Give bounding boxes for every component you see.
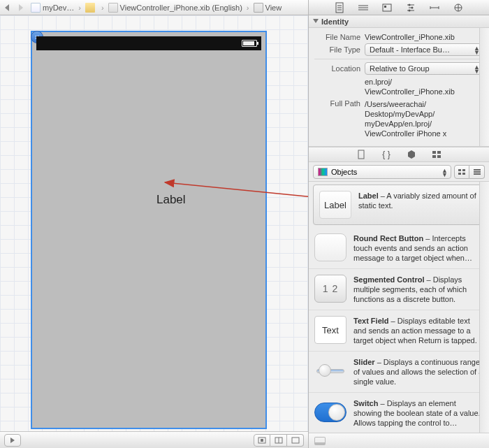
location-popup[interactable]: Relative to Group: [365, 62, 483, 75]
library-filter-popup[interactable]: Objects: [313, 165, 451, 179]
identity-section-header[interactable]: Identity: [309, 15, 489, 28]
canvas-area[interactable]: × Label: [0, 15, 308, 448]
relative-path-line-2: ViewController_iPhone.xib: [365, 87, 483, 96]
crumb-view[interactable]: View: [251, 0, 285, 15]
library-item-title: Label: [358, 192, 379, 200]
uilabel-on-canvas[interactable]: Label: [156, 193, 186, 207]
full-path-line-3: myDevApp/en.lproj/: [365, 119, 483, 129]
library-filter-label: Objects: [331, 168, 357, 176]
library-item-label[interactable]: Label Label – A variably sized amount of…: [313, 185, 485, 225]
identity-header-label: Identity: [321, 17, 349, 26]
disclosure-triangle-icon: [313, 19, 319, 23]
library-list[interactable]: Label Label – A variably sized amount of…: [309, 182, 489, 433]
zoom-out-button[interactable]: [287, 434, 304, 447]
media-library-tab-icon[interactable]: [429, 149, 444, 160]
library-view-toggle: [454, 165, 485, 179]
full-path-line-4: ViewController iPhone x: [365, 129, 483, 138]
view-icon: [254, 3, 263, 13]
battery-icon: [242, 40, 257, 47]
file-name-label: File Name: [314, 33, 360, 41]
library-tab-bar: { }: [309, 147, 489, 162]
library-item-segmented-control[interactable]: 1 2 Segmented Control – Displays multipl…: [309, 269, 489, 310]
library-scrollbar[interactable]: [479, 182, 489, 433]
connections-tab-icon[interactable]: [450, 1, 467, 14]
grid-view-button[interactable]: [454, 165, 469, 179]
file-name-value[interactable]: ViewController_iPhone.xib: [365, 33, 483, 41]
svg-marker-2: [10, 438, 15, 443]
svg-rect-21: [432, 151, 436, 154]
svg-rect-22: [437, 151, 441, 154]
code-snippet-tab-icon[interactable]: { }: [379, 149, 394, 160]
outline-toggle-button[interactable]: [4, 434, 21, 447]
segmented-thumb-icon: 1 2: [314, 275, 346, 303]
zoom-actual-button[interactable]: [270, 434, 287, 447]
device-frame[interactable]: × Label: [31, 31, 267, 429]
crumb-project-label: myDev…: [43, 3, 74, 12]
relative-path-line-1: en.lproj/: [365, 77, 483, 87]
nav-back-icon[interactable]: [3, 3, 13, 13]
chevron-right-icon: ›: [245, 3, 251, 12]
inspector-panel: Identity File Name ViewController_iPhone…: [308, 0, 489, 448]
button-thumb-icon: [314, 233, 346, 261]
svg-rect-28: [462, 173, 465, 175]
library-item-text-field[interactable]: Text Text Field – Displays editable text…: [309, 310, 489, 352]
status-bar: [36, 36, 261, 50]
svg-rect-15: [384, 6, 386, 8]
library-bottom-strip: [309, 433, 489, 448]
full-path-line-2: Desktop/myDevApp/: [365, 109, 483, 119]
xib-icon: [108, 3, 118, 13]
library-item-slider[interactable]: Slider – Displays a continuous range of …: [309, 352, 489, 393]
location-label: Location: [314, 64, 360, 73]
library-item-switch[interactable]: Switch – Displays an element showing the…: [309, 393, 489, 433]
breadcrumb-bar: myDev… › › ViewController_iPhone.xib (En…: [0, 0, 308, 15]
detail-toggle-icon[interactable]: [314, 437, 326, 445]
file-type-popup[interactable]: Default - Interface Bu…: [365, 43, 483, 56]
canvas-footer: [0, 431, 308, 448]
zoom-fit-button[interactable]: [254, 434, 270, 447]
library-item-title: Round Rect Button: [353, 234, 423, 243]
identity-tab-icon[interactable]: [379, 1, 395, 14]
identity-section: File Name ViewController_iPhone.xib File…: [309, 28, 489, 147]
svg-rect-26: [462, 169, 465, 171]
svg-marker-0: [5, 4, 9, 11]
library-item-title: Slider: [353, 358, 375, 366]
library-item-text: Text Field – Displays editable text and …: [353, 316, 483, 345]
file-inspector-tab-icon[interactable]: [331, 1, 348, 14]
library-item-round-rect-button[interactable]: Round Rect Button – Intercepts touch eve…: [309, 228, 489, 269]
svg-rect-23: [432, 155, 436, 158]
label-thumb-icon: Label: [319, 191, 351, 219]
svg-rect-27: [458, 173, 461, 175]
crumb-file[interactable]: ViewController_iPhone.xib (English): [105, 0, 245, 15]
full-path-label: Full Path: [314, 99, 360, 108]
list-view-button[interactable]: [469, 165, 485, 179]
library-item-text: Segmented Control – Displays multiple se…: [353, 275, 483, 304]
file-template-tab-icon[interactable]: [353, 149, 369, 160]
svg-rect-7: [292, 438, 299, 443]
chevron-right-icon: ›: [100, 3, 105, 12]
library-item-title: Switch: [353, 399, 378, 407]
crumb-folder[interactable]: [82, 0, 100, 15]
textfield-thumb-icon: Text: [314, 316, 346, 344]
svg-rect-14: [383, 4, 391, 11]
nav-fwd-icon[interactable]: [15, 3, 25, 13]
objects-swatch-icon: [318, 168, 328, 176]
project-icon: [31, 3, 41, 13]
location-value: Relative to Group: [370, 64, 430, 73]
crumb-view-label: View: [265, 3, 282, 12]
file-type-value: Default - Interface Bu…: [370, 45, 450, 54]
inspector-tab-bar: [309, 0, 489, 15]
svg-point-16: [409, 3, 411, 6]
popup-arrows-icon: [441, 168, 448, 177]
svg-marker-1: [19, 4, 23, 11]
library-item-text: Round Rect Button – Intercepts touch eve…: [353, 233, 483, 263]
svg-rect-20: [358, 150, 364, 159]
object-library-tab-icon[interactable]: [404, 149, 419, 160]
size-tab-icon[interactable]: [426, 1, 443, 14]
identity-scrollbar[interactable]: [479, 28, 489, 146]
svg-rect-24: [437, 155, 441, 158]
attributes-tab-icon[interactable]: [402, 1, 419, 14]
svg-rect-4: [261, 439, 263, 442]
crumb-project[interactable]: myDev…: [28, 0, 77, 15]
quick-help-tab-icon[interactable]: [355, 1, 372, 14]
library-header: Objects: [309, 162, 489, 182]
